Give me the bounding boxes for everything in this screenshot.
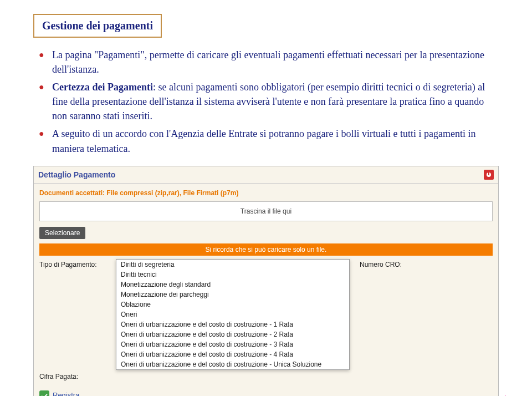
dropdown-option[interactable]: Diritti di segreteria <box>116 260 349 270</box>
tipo-label: Tipo di Pagamento: <box>39 259 111 268</box>
dropdown-option[interactable]: Oneri di urbanizzazione e del costo di c… <box>116 319 349 329</box>
cifra-label: Cifra Pagata: <box>39 371 111 380</box>
dropdown-option[interactable]: Oneri di urbanizzazione e del costo di c… <box>116 329 349 339</box>
dropdown-option[interactable]: Diritti tecnici <box>116 270 349 280</box>
numero-cro-label: Numero CRO: <box>360 259 402 268</box>
check-icon <box>39 390 49 396</box>
dropdown-option[interactable]: Oblazione <box>116 299 349 309</box>
dropzone-text: Trascina il file qui <box>241 207 291 215</box>
payment-panel: Dettaglio Pagamento Documenti accettati:… <box>33 166 499 396</box>
select-file-label: Selezionare <box>45 229 80 237</box>
bullet-item: La pagina "Pagamenti", permette di caric… <box>52 48 499 77</box>
section-title-box: Gestione dei pagamenti <box>33 14 162 38</box>
dropdown-option[interactable]: Oneri <box>116 309 349 319</box>
panel-body: Documenti accettati: File compressi (zip… <box>34 184 498 396</box>
panel-title: Dettaglio Pagamento <box>38 170 115 179</box>
svg-rect-1 <box>488 172 489 175</box>
tipo-pagamento-dropdown[interactable]: Diritti di segreteria Diritti tecnici Mo… <box>116 259 350 370</box>
section-title: Gestione dei pagamenti <box>42 19 153 32</box>
bullet-text: A seguito di un accordo con l'Agenzia de… <box>52 128 476 154</box>
dropdown-option[interactable]: Oneri di urbanizzazione e del costo di c… <box>116 339 349 349</box>
bullet-item: Certezza dei Pagamenti: se alcuni pagame… <box>52 80 499 123</box>
dropdown-option[interactable]: Oneri di urbanizzazione e del costo di c… <box>116 349 349 359</box>
panel-header: Dettaglio Pagamento <box>34 166 498 184</box>
bullet-list: La pagina "Pagamenti", permette di caric… <box>33 48 499 156</box>
bullet-text: La pagina "Pagamenti", permette di caric… <box>52 49 484 75</box>
notice-text: Si ricorda che si può caricare solo un f… <box>206 246 327 253</box>
file-dropzone[interactable]: Trascina il file qui <box>39 201 493 221</box>
document-page: Gestione dei pagamenti La pagina "Pagame… <box>0 0 532 396</box>
select-file-button[interactable]: Selezionare <box>39 227 85 239</box>
notice-bar: Si ricorda che si può caricare solo un f… <box>39 243 493 256</box>
dropdown-option[interactable]: Oneri di urbanizzazione e del costo di c… <box>116 359 349 369</box>
bullet-item: A seguito di un accordo con l'Agenzia de… <box>52 126 499 155</box>
bullet-bold: Certezza dei Pagamenti <box>52 82 153 93</box>
tipo-row: Tipo di Pagamento: Diritti di segreteria… <box>39 259 493 370</box>
close-icon[interactable] <box>484 170 494 180</box>
dropdown-option[interactable]: Monetizzazione dei parcheggi <box>116 290 349 299</box>
dropdown-option[interactable]: Monetizzazione degli standard <box>116 280 349 290</box>
accepted-docs-label: Documenti accettati: File compressi (zip… <box>39 189 493 197</box>
registra-link[interactable]: Registra <box>53 391 79 396</box>
registra-row: Registra <box>39 390 493 396</box>
cifra-row: Cifra Pagata: <box>39 371 493 380</box>
